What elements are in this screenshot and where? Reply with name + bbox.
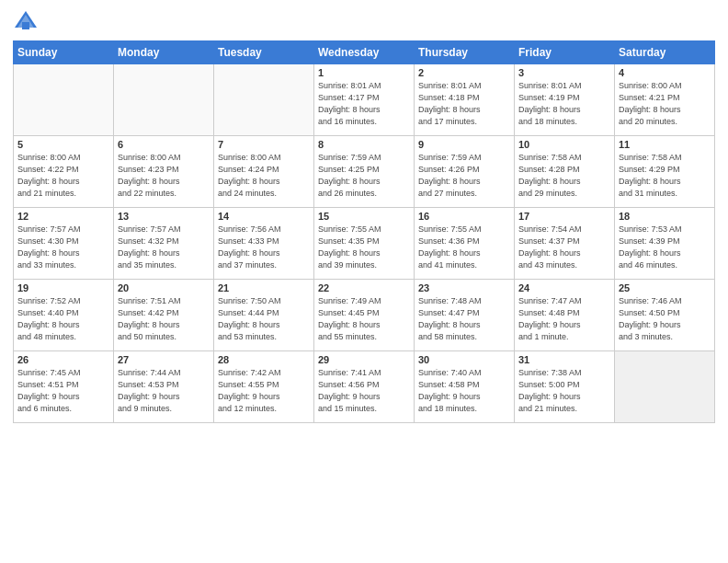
- day-cell: 9Sunrise: 7:59 AM Sunset: 4:26 PM Daylig…: [415, 136, 515, 208]
- day-cell: 13Sunrise: 7:57 AM Sunset: 4:32 PM Dayli…: [114, 208, 214, 280]
- week-row-5: 26Sunrise: 7:45 AM Sunset: 4:51 PM Dayli…: [14, 351, 715, 423]
- day-info: Sunrise: 7:57 AM Sunset: 4:32 PM Dayligh…: [118, 224, 210, 271]
- day-info: Sunrise: 7:56 AM Sunset: 4:33 PM Dayligh…: [218, 224, 310, 271]
- day-info: Sunrise: 7:58 AM Sunset: 4:29 PM Dayligh…: [619, 152, 711, 200]
- day-cell: [114, 64, 214, 136]
- day-number: 9: [418, 139, 510, 150]
- day-info: Sunrise: 7:42 AM Sunset: 4:55 PM Dayligh…: [218, 367, 310, 415]
- day-info: Sunrise: 8:01 AM Sunset: 4:17 PM Dayligh…: [318, 80, 410, 128]
- day-info: Sunrise: 7:45 AM Sunset: 4:51 PM Dayligh…: [17, 367, 109, 415]
- day-cell: 10Sunrise: 7:58 AM Sunset: 4:28 PM Dayli…: [515, 136, 615, 208]
- day-cell: 31Sunrise: 7:38 AM Sunset: 5:00 PM Dayli…: [515, 351, 615, 423]
- day-cell: 22Sunrise: 7:49 AM Sunset: 4:45 PM Dayli…: [314, 280, 415, 351]
- day-info: Sunrise: 7:50 AM Sunset: 4:44 PM Dayligh…: [218, 295, 310, 343]
- day-info: Sunrise: 7:59 AM Sunset: 4:25 PM Dayligh…: [318, 152, 410, 200]
- day-cell: 2Sunrise: 8:01 AM Sunset: 4:18 PM Daylig…: [415, 64, 515, 136]
- day-header-sunday: Sunday: [14, 41, 114, 64]
- calendar-table: SundayMondayTuesdayWednesdayThursdayFrid…: [13, 40, 715, 423]
- day-info: Sunrise: 7:55 AM Sunset: 4:35 PM Dayligh…: [318, 224, 410, 271]
- day-cell: 20Sunrise: 7:51 AM Sunset: 4:42 PM Dayli…: [114, 280, 214, 351]
- day-number: 21: [218, 282, 310, 293]
- day-header-friday: Friday: [515, 41, 615, 64]
- day-number: 1: [318, 67, 410, 78]
- day-cell: 14Sunrise: 7:56 AM Sunset: 4:33 PM Dayli…: [214, 208, 314, 280]
- day-number: 26: [17, 354, 109, 365]
- day-cell: 30Sunrise: 7:40 AM Sunset: 4:58 PM Dayli…: [415, 351, 515, 423]
- day-header-thursday: Thursday: [415, 41, 515, 64]
- day-number: 4: [619, 67, 711, 78]
- day-info: Sunrise: 7:59 AM Sunset: 4:26 PM Dayligh…: [418, 152, 510, 200]
- day-info: Sunrise: 7:49 AM Sunset: 4:45 PM Dayligh…: [318, 295, 410, 343]
- day-info: Sunrise: 7:57 AM Sunset: 4:30 PM Dayligh…: [17, 224, 109, 271]
- day-info: Sunrise: 7:51 AM Sunset: 4:42 PM Dayligh…: [118, 295, 210, 343]
- day-number: 8: [318, 139, 410, 150]
- day-cell: 21Sunrise: 7:50 AM Sunset: 4:44 PM Dayli…: [214, 280, 314, 351]
- day-cell: 12Sunrise: 7:57 AM Sunset: 4:30 PM Dayli…: [14, 208, 114, 280]
- day-number: 7: [218, 139, 310, 150]
- day-cell: 5Sunrise: 8:00 AM Sunset: 4:22 PM Daylig…: [14, 136, 114, 208]
- day-header-wednesday: Wednesday: [314, 41, 415, 64]
- day-number: 29: [318, 354, 410, 365]
- day-info: Sunrise: 7:52 AM Sunset: 4:40 PM Dayligh…: [17, 295, 109, 343]
- week-row-1: 1Sunrise: 8:01 AM Sunset: 4:17 PM Daylig…: [14, 64, 715, 136]
- day-number: 23: [418, 282, 510, 293]
- calendar-page: SundayMondayTuesdayWednesdayThursdayFrid…: [0, 0, 728, 563]
- day-number: 6: [118, 139, 210, 150]
- day-number: 12: [17, 211, 109, 222]
- day-cell: 8Sunrise: 7:59 AM Sunset: 4:25 PM Daylig…: [314, 136, 415, 208]
- day-number: 20: [118, 282, 210, 293]
- days-header-row: SundayMondayTuesdayWednesdayThursdayFrid…: [14, 41, 715, 64]
- day-number: 19: [17, 282, 109, 293]
- day-info: Sunrise: 8:00 AM Sunset: 4:23 PM Dayligh…: [118, 152, 210, 200]
- day-info: Sunrise: 7:55 AM Sunset: 4:36 PM Dayligh…: [418, 224, 510, 271]
- day-info: Sunrise: 7:58 AM Sunset: 4:28 PM Dayligh…: [518, 152, 610, 200]
- day-cell: 18Sunrise: 7:53 AM Sunset: 4:39 PM Dayli…: [615, 208, 715, 280]
- day-info: Sunrise: 7:53 AM Sunset: 4:39 PM Dayligh…: [619, 224, 711, 271]
- day-info: Sunrise: 7:48 AM Sunset: 4:47 PM Dayligh…: [418, 295, 510, 343]
- day-info: Sunrise: 8:00 AM Sunset: 4:21 PM Dayligh…: [619, 80, 711, 128]
- day-cell: 17Sunrise: 7:54 AM Sunset: 4:37 PM Dayli…: [515, 208, 615, 280]
- day-number: 10: [518, 139, 610, 150]
- day-cell: 25Sunrise: 7:46 AM Sunset: 4:50 PM Dayli…: [615, 280, 715, 351]
- day-info: Sunrise: 7:40 AM Sunset: 4:58 PM Dayligh…: [418, 367, 510, 415]
- day-header-saturday: Saturday: [615, 41, 715, 64]
- day-cell: [615, 351, 715, 423]
- day-header-monday: Monday: [114, 41, 214, 64]
- day-number: 27: [118, 354, 210, 365]
- header: [13, 9, 715, 35]
- svg-rect-2: [22, 22, 29, 29]
- day-cell: [214, 64, 314, 136]
- day-info: Sunrise: 7:41 AM Sunset: 4:56 PM Dayligh…: [318, 367, 410, 415]
- day-cell: [14, 64, 114, 136]
- logo-icon: [13, 9, 39, 35]
- day-cell: 4Sunrise: 8:00 AM Sunset: 4:21 PM Daylig…: [615, 64, 715, 136]
- day-cell: 28Sunrise: 7:42 AM Sunset: 4:55 PM Dayli…: [214, 351, 314, 423]
- day-number: 24: [518, 282, 610, 293]
- day-cell: 23Sunrise: 7:48 AM Sunset: 4:47 PM Dayli…: [415, 280, 515, 351]
- day-number: 31: [518, 354, 610, 365]
- day-number: 13: [118, 211, 210, 222]
- day-number: 17: [518, 211, 610, 222]
- day-cell: 6Sunrise: 8:00 AM Sunset: 4:23 PM Daylig…: [114, 136, 214, 208]
- day-info: Sunrise: 7:44 AM Sunset: 4:53 PM Dayligh…: [118, 367, 210, 415]
- day-header-tuesday: Tuesday: [214, 41, 314, 64]
- day-info: Sunrise: 8:00 AM Sunset: 4:22 PM Dayligh…: [17, 152, 109, 200]
- day-cell: 15Sunrise: 7:55 AM Sunset: 4:35 PM Dayli…: [314, 208, 415, 280]
- day-number: 30: [418, 354, 510, 365]
- day-number: 18: [619, 211, 711, 222]
- day-number: 14: [218, 211, 310, 222]
- day-cell: 1Sunrise: 8:01 AM Sunset: 4:17 PM Daylig…: [314, 64, 415, 136]
- day-cell: 26Sunrise: 7:45 AM Sunset: 4:51 PM Dayli…: [14, 351, 114, 423]
- day-cell: 11Sunrise: 7:58 AM Sunset: 4:29 PM Dayli…: [615, 136, 715, 208]
- logo: [13, 9, 42, 35]
- day-cell: 16Sunrise: 7:55 AM Sunset: 4:36 PM Dayli…: [415, 208, 515, 280]
- day-number: 22: [318, 282, 410, 293]
- week-row-3: 12Sunrise: 7:57 AM Sunset: 4:30 PM Dayli…: [14, 208, 715, 280]
- day-info: Sunrise: 8:01 AM Sunset: 4:18 PM Dayligh…: [418, 80, 510, 128]
- day-info: Sunrise: 8:00 AM Sunset: 4:24 PM Dayligh…: [218, 152, 310, 200]
- day-number: 16: [418, 211, 510, 222]
- week-row-2: 5Sunrise: 8:00 AM Sunset: 4:22 PM Daylig…: [14, 136, 715, 208]
- day-info: Sunrise: 7:47 AM Sunset: 4:48 PM Dayligh…: [518, 295, 610, 343]
- day-info: Sunrise: 7:38 AM Sunset: 5:00 PM Dayligh…: [518, 367, 610, 415]
- day-cell: 3Sunrise: 8:01 AM Sunset: 4:19 PM Daylig…: [515, 64, 615, 136]
